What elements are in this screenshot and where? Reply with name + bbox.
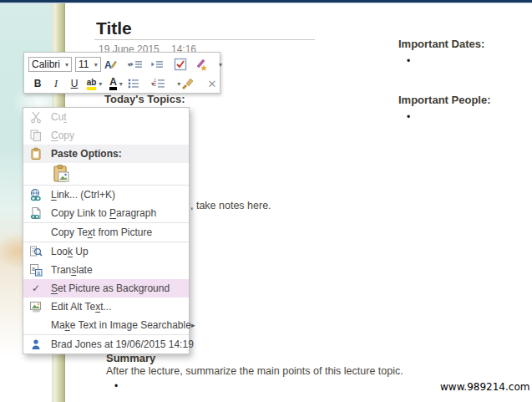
lookup-magnifier-icon [29,245,43,258]
watermark: www.989214.com [440,381,529,393]
menu-item-translate[interactable]: aa Translate [23,261,189,279]
globe-link-icon [29,188,43,201]
window-top-border-light [0,3,532,3]
menu-item-link[interactable]: Link... (Ctrl+K) [23,186,189,204]
picture-context-menu: Cut Copy Paste Options: Link... (Ctrl+K) [23,107,190,354]
menu-item-edit-alt-text[interactable]: Edit Alt Text... [23,298,189,316]
chevron-down-icon: ▾ [94,61,98,69]
todays-topics-heading: Today's Topics: [104,93,185,105]
highlight-button[interactable]: ab ▾ [87,75,102,92]
paste-option-picture-row [23,163,189,185]
paste-picture-icon [51,164,71,184]
translate-icon: aa [29,263,43,277]
take-notes-text: , take notes here. [190,200,271,211]
underline-button[interactable]: U [67,75,82,92]
font-color-button[interactable]: A ▾ [109,75,124,92]
highlighter-icon: ab [87,78,97,90]
svg-text:2: 2 [154,82,156,87]
bullet-list-icon [127,77,140,90]
font-color-icon: A [109,77,117,90]
page-title[interactable]: Title [96,18,132,38]
menu-item-copy-link-to-paragraph[interactable]: Copy Link to Paragraph [23,204,189,222]
svg-text:A: A [104,59,112,71]
menu-item-cut[interactable]: Cut [23,108,189,126]
bullet-list-button[interactable]: ▾ [130,75,151,92]
summary-text: After the lecture, summarize the main po… [106,365,403,377]
tag-menu-button[interactable]: ▾ [197,56,220,73]
todo-tag-button[interactable] [175,56,193,73]
format-a-pen-icon: A [104,58,117,71]
scissors-icon [29,110,43,124]
paste-picture-button[interactable] [51,164,71,184]
numbered-list-icon: 12 [153,77,166,90]
chevron-down-icon: ▾ [119,80,123,88]
menu-item-author-stamp[interactable]: Brad Jones at 19/06/2015 14:19 [23,335,189,354]
important-people-bullet: • [407,111,410,123]
chevron-down-icon: ▾ [99,80,102,88]
onenote-page: Title 19 June 2015 14:16 Important Dates… [0,0,532,402]
format-painter-brush-icon [180,77,194,90]
chevron-down-icon: ▾ [219,61,222,69]
italic-button[interactable]: I [48,75,63,92]
important-dates-bullet: • [407,55,410,67]
clipboard-icon [29,147,43,160]
format-styles-button[interactable]: A ▾ [106,56,129,73]
todo-checkbox-icon [174,58,187,71]
chevron-down-icon: ▾ [65,61,68,69]
important-people-heading: Important People: [398,94,491,106]
no-icon [29,318,43,332]
font-name-value: Calibri [32,59,60,70]
menu-item-copy-text-from-picture[interactable]: Copy Text from Picture [23,223,189,242]
menu-item-paste-options: Paste Options: [23,145,189,163]
svg-text:a: a [37,270,40,276]
numbered-list-button[interactable]: 12 ▾ [156,75,177,92]
picture-icon [29,300,43,313]
copy-icon [29,129,43,142]
no-icon [29,226,43,239]
important-dates-heading: Important Dates: [398,38,484,50]
menu-item-make-text-searchable[interactable]: Make Text in Image Searchable ▸ [23,316,189,334]
mini-format-toolbar: Calibri ▾ 11 ▾ A ▾ [23,52,220,94]
person-icon [29,338,43,351]
font-size-combobox[interactable]: 11 ▾ [75,57,101,72]
font-size-value: 11 [79,59,89,70]
delete-button[interactable]: ✕ [205,75,220,92]
increase-indent-button[interactable] [153,56,170,73]
decrease-indent-button[interactable] [132,56,149,73]
font-name-combobox[interactable]: Calibri ▾ [28,57,72,72]
summary-bullet: • [114,380,118,392]
page-link-icon [29,206,43,220]
menu-item-copy[interactable]: Copy [23,126,189,145]
title-divider [94,39,315,40]
menu-item-look-up[interactable]: Look Up [23,242,189,261]
menu-item-set-picture-as-background[interactable]: ✓ Set Picture as Background [23,279,189,298]
increase-indent-icon [150,58,164,71]
svg-text:a: a [32,266,35,272]
bold-button[interactable]: B [30,75,45,92]
format-painter-button[interactable] [183,75,200,92]
decrease-indent-icon [129,58,143,71]
submenu-arrow-icon: ▸ [191,321,195,329]
tag-star-icon [195,58,208,71]
checkmark-icon: ✓ [29,282,43,295]
